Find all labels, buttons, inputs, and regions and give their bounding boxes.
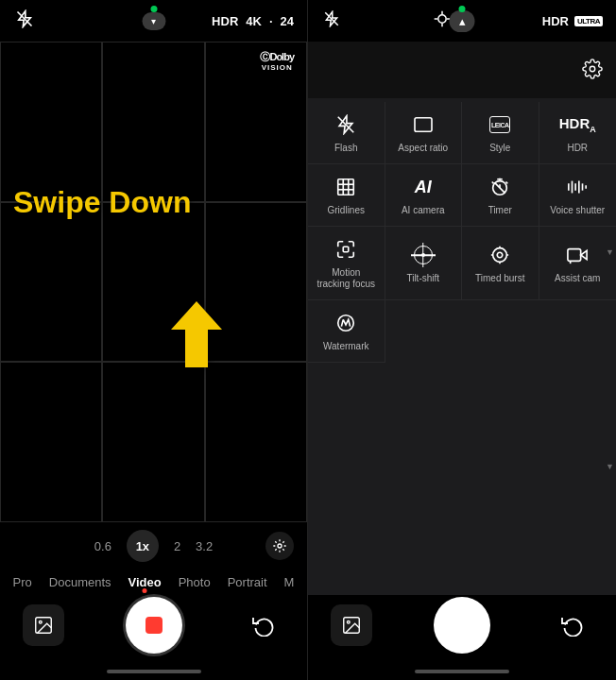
tab-pro[interactable]: Pro — [13, 575, 32, 589]
motion-tracking-icon — [333, 236, 359, 263]
svg-point-2 — [278, 544, 282, 548]
mode-tabs: Pro Documents Video Photo Portrait M — [0, 570, 307, 595]
left-top-bar: ▾ HDR 4K · 24 — [0, 0, 307, 42]
grid-cell — [0, 362, 102, 522]
dropdown-button[interactable]: ▾ — [142, 12, 165, 30]
flip-camera-button[interactable] — [243, 604, 284, 646]
swipe-text: Swipe Down — [13, 185, 191, 219]
tab-photo[interactable]: Photo — [179, 575, 211, 589]
zoom-06-button[interactable]: 0.6 — [94, 539, 111, 553]
svg-line-19 — [506, 182, 508, 184]
timer-label: Timer — [488, 205, 512, 216]
dolby-vision-text: VISION — [260, 63, 294, 73]
dolby-icon: ⒸDolby — [260, 51, 294, 63]
option-voice-shutter[interactable]: Voice shutter — [539, 164, 617, 227]
grid-cell — [102, 362, 204, 522]
grid-cell — [205, 362, 307, 522]
zoom-2-button[interactable]: 2 — [174, 539, 180, 553]
grid-cell — [102, 42, 204, 202]
right-flash-button[interactable] — [321, 8, 342, 34]
ai-camera-icon: AI — [410, 174, 436, 200]
camera-options-wrapper: Flash Aspect ratio LEICA Style — [308, 98, 616, 595]
option-flash[interactable]: Flash — [308, 102, 385, 164]
motion-tracking-label: Motiontracking focus — [317, 267, 375, 290]
option-motion-tracking[interactable]: Motiontracking focus — [308, 227, 385, 300]
zoom-32-button[interactable]: 3.2 — [196, 539, 213, 553]
tab-video[interactable]: Video — [128, 575, 162, 589]
voice-shutter-label: Voice shutter — [550, 205, 605, 216]
zoom-settings-button[interactable] — [265, 532, 294, 560]
option-aspect-ratio[interactable]: Aspect ratio — [385, 102, 463, 164]
right-home-indicator — [415, 670, 509, 673]
svg-point-29 — [493, 248, 507, 263]
hdr-option-icon: HDRA — [564, 111, 590, 138]
flash-label: Flash — [334, 143, 357, 154]
scroll-up-arrow: ▼ — [606, 462, 614, 471]
option-watermark[interactable]: Watermark — [308, 300, 385, 363]
ai-camera-label: AI camera — [402, 205, 445, 216]
right-bottom-bar — [308, 595, 616, 663]
aspect-ratio-label: Aspect ratio — [398, 143, 448, 154]
right-green-dot — [459, 6, 466, 12]
gridlines-icon — [333, 174, 359, 200]
option-gridlines[interactable]: Gridlines — [308, 164, 385, 227]
option-style[interactable]: LEICA Style — [462, 102, 539, 164]
svg-point-35 — [347, 620, 350, 623]
watermark-icon — [333, 310, 359, 336]
right-top-right: HDR ULTRA — [542, 14, 603, 28]
zoom-bar: 0.6 1x 2 3.2 — [0, 522, 307, 570]
svg-point-30 — [498, 252, 504, 258]
svg-point-6 — [438, 14, 446, 22]
timed-burst-label: Timed burst — [475, 273, 524, 284]
shutter-inner — [145, 617, 163, 634]
right-gallery-button[interactable] — [331, 604, 372, 646]
left-bottom-bar — [0, 595, 307, 663]
dolby-vision-badge: ⒸDolby VISION — [260, 51, 294, 73]
option-assist-cam[interactable]: Assist cam — [539, 227, 617, 300]
settings-gear-button[interactable] — [582, 59, 603, 82]
assist-cam-icon — [564, 242, 590, 268]
option-tilt-shift[interactable]: Tilt-shift — [385, 227, 463, 300]
watermark-label: Watermark — [323, 341, 369, 352]
option-timer[interactable]: Timer — [462, 164, 539, 227]
ai-text-icon: AI — [415, 178, 432, 197]
chevron-down-icon: ▾ — [151, 16, 156, 26]
shutter-button[interactable] — [126, 597, 182, 654]
gallery-button[interactable] — [23, 604, 64, 646]
right-shutter-button[interactable] — [434, 597, 490, 654]
left-camera-panel: ▾ HDR 4K · 24 ⒸDolby VISION — [0, 0, 308, 680]
right-flip-button[interactable] — [552, 604, 593, 646]
flash-off-button[interactable] — [13, 8, 36, 35]
ultra-badge: ULTRA — [574, 16, 603, 26]
right-home-bar — [308, 663, 616, 680]
tab-documents[interactable]: Documents — [49, 575, 111, 589]
svg-line-21 — [495, 182, 505, 193]
collapse-button[interactable]: ▴ — [450, 10, 475, 32]
hdr-option-label: HDR — [567, 143, 588, 154]
target-dot — [421, 253, 425, 257]
svg-marker-1 — [171, 301, 222, 367]
right-hdr-label: HDR — [542, 14, 569, 28]
leica-style-box: LEICA — [489, 116, 510, 133]
option-ai-camera[interactable]: AI AI camera — [385, 164, 463, 227]
option-timed-burst[interactable]: Timed burst — [462, 227, 539, 300]
swipe-down-instruction: Swipe Down — [13, 186, 191, 219]
grid-overlay — [0, 42, 307, 522]
grid-cell — [0, 202, 102, 363]
svg-line-18 — [492, 182, 494, 184]
hdr-badge: HDR — [212, 14, 238, 28]
zoom-1x-button[interactable]: 1x — [127, 530, 159, 562]
option-hdr[interactable]: HDRA HDR — [539, 102, 617, 164]
timed-burst-icon — [487, 242, 513, 268]
style-icon: LEICA — [487, 111, 513, 138]
right-controls: HDR 4K · 24 — [212, 14, 294, 28]
tilt-shift-label: Tilt-shift — [406, 273, 439, 284]
tab-portrait[interactable]: Portrait — [228, 575, 267, 589]
voice-shutter-icon — [564, 174, 590, 200]
tab-more[interactable]: M — [284, 575, 295, 589]
home-indicator — [107, 670, 201, 673]
svg-point-4 — [39, 620, 42, 623]
hdr-a-icon: HDRA — [559, 115, 596, 134]
tilt-shift-target — [414, 246, 433, 264]
grid-cell — [0, 42, 102, 202]
